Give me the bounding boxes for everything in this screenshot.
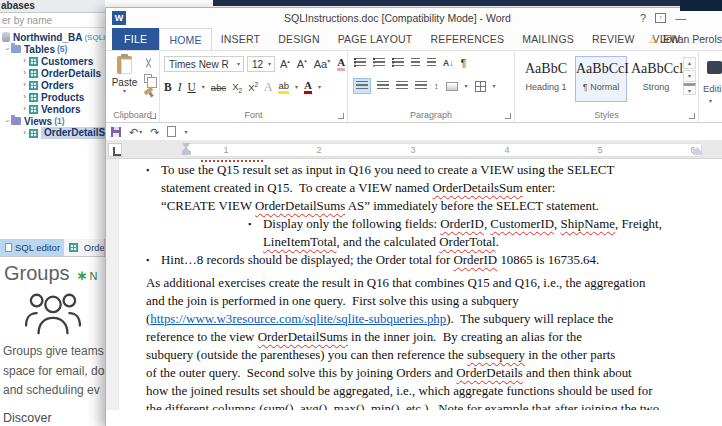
text-segment: sum( (264, 402, 290, 410)
tab-file[interactable]: FILE (112, 28, 159, 50)
tab-design[interactable]: DESIGN (269, 28, 328, 50)
tab-orders[interactable]: Orde (64, 239, 105, 256)
editing-dropdown-icon[interactable]: ▾ (709, 97, 712, 104)
styles-scroll-down-icon[interactable]: ▾ (683, 70, 696, 82)
font-size-select[interactable]: 12 ▾ (247, 56, 275, 72)
help-button[interactable]: ? (640, 12, 646, 24)
justify-icon[interactable] (415, 81, 427, 91)
tab-stop-selector[interactable] (108, 143, 122, 157)
font-dialog-launcher-icon[interactable] (338, 113, 344, 119)
font-color-button[interactable]: A (304, 80, 312, 94)
minimize-button[interactable]: — (675, 12, 686, 24)
collapse-chevron-icon[interactable]: › (20, 80, 29, 90)
collapse-chevron-icon[interactable]: › (20, 92, 29, 102)
tree-item-views[interactable]: › Views (1) (0, 115, 105, 127)
borders-dropdown-icon[interactable]: ▾ (493, 83, 496, 89)
tab-sql-editor[interactable]: SQL editor 1 (0, 239, 64, 256)
italic-button[interactable]: I (178, 80, 182, 94)
align-left-button[interactable] (354, 79, 370, 93)
expand-chevron-icon[interactable]: › (2, 117, 12, 126)
underline-button[interactable]: U (188, 80, 196, 94)
save-icon[interactable] (111, 127, 121, 137)
paste-button[interactable]: Paste ▾ (109, 56, 140, 94)
style-strong[interactable]: AaBbCcl Strong (630, 56, 682, 102)
bold-button[interactable]: B (164, 80, 172, 94)
tree-item-table[interactable]: › Orders (0, 79, 105, 91)
copy-icon[interactable] (144, 74, 152, 83)
shading-icon[interactable] (446, 82, 458, 91)
account-badge[interactable]: ⚠ Johan Perols (649, 28, 722, 50)
tab-insert[interactable]: INSERT (212, 28, 270, 50)
font-color-dropdown-icon[interactable]: ▾ (318, 84, 321, 90)
filter-by-name-input[interactable]: er by name (0, 13, 105, 28)
customize-qat-icon[interactable]: ▾ (184, 129, 187, 135)
paragraph-dialog-launcher-icon[interactable] (505, 113, 511, 119)
highlight-dropdown-icon[interactable]: ▾ (295, 84, 298, 90)
format-painter-icon[interactable] (143, 87, 153, 95)
title-bar[interactable]: W SQLInstructions.doc [Compatibility Mod… (106, 8, 722, 28)
tab-home[interactable]: HOME (159, 28, 211, 50)
style-heading1[interactable]: AaBbC Heading 1 (520, 56, 572, 102)
find-icon[interactable] (707, 61, 722, 74)
highlight-button[interactable]: ab (278, 81, 289, 94)
styles-dialog-launcher-icon[interactable] (689, 113, 695, 119)
collapse-chevron-icon[interactable]: › (20, 104, 29, 114)
ribbon-display-options-button[interactable]: ↑ (655, 13, 666, 23)
styles-more-icon[interactable]: ▾ (683, 83, 696, 95)
text-segment: As additional exercises create the resul… (146, 276, 645, 290)
tree-item-table[interactable]: › OrderDetails (0, 67, 105, 79)
redo-button[interactable]: ↷ (150, 126, 159, 138)
font-family-select[interactable]: Times New R ▾ (164, 56, 244, 72)
clear-formatting-button[interactable]: A (335, 57, 347, 71)
underline-dropdown-icon[interactable]: ▾ (202, 84, 205, 90)
new-group-button[interactable]: ∗ N (77, 270, 98, 285)
align-center-icon[interactable] (377, 81, 389, 91)
multilevel-list-icon[interactable] (392, 58, 404, 68)
paste-dropdown-icon[interactable]: ▾ (109, 88, 140, 94)
tab-mailings[interactable]: MAILINGS (513, 28, 583, 50)
numbered-list-icon[interactable] (373, 58, 385, 68)
collapse-chevron-icon[interactable]: › (20, 128, 29, 138)
right-indent-marker[interactable] (693, 151, 702, 155)
doc-line: statement created in Q15. To create a VI… (146, 179, 720, 197)
bullet-list-icon[interactable] (354, 58, 366, 68)
increase-indent-icon[interactable] (427, 58, 436, 68)
change-case-button[interactable]: Aa▾ (312, 58, 332, 71)
collapse-chevron-icon[interactable]: › (20, 68, 29, 78)
superscript-button[interactable]: X2 (248, 81, 258, 93)
subscript-button[interactable]: X2 (232, 81, 242, 94)
tab-page-layout[interactable]: PAGE LAYOUT (329, 28, 422, 50)
cut-icon[interactable] (143, 58, 153, 68)
line-spacing-icon[interactable]: ↕ (434, 81, 439, 91)
tab-references[interactable]: REFERENCES (421, 28, 513, 50)
show-formatting-marks-icon[interactable]: ¶ (460, 57, 466, 69)
tab-review[interactable]: REVIEW (583, 28, 644, 50)
tree-item-table[interactable]: › Customers (0, 55, 105, 67)
shrink-font-button[interactable]: A▾ (295, 58, 309, 71)
hanging-indent-marker[interactable] (182, 151, 191, 155)
discover-link[interactable]: Discover (0, 411, 105, 425)
document-text[interactable]: ▪To use the Q15 result set as input in Q… (146, 161, 720, 410)
tree-item-view-selected[interactable]: › OrderDetailSu (0, 127, 105, 139)
hyperlink[interactable]: https://www.w3resource.com/sqlite/sqlite… (150, 312, 446, 326)
styles-scroll-up-icon[interactable]: ▴ (683, 57, 696, 69)
strikethrough-button[interactable]: abc (211, 82, 226, 93)
expand-chevron-icon[interactable]: › (2, 45, 12, 54)
touch-mode-icon[interactable] (167, 126, 176, 137)
document-area[interactable]: ▪To use the Q15 result set as input in Q… (106, 159, 722, 410)
style-normal[interactable]: AaBbCcI ¶ Normal (575, 56, 627, 102)
grow-font-button[interactable]: A▴ (278, 58, 292, 71)
borders-icon[interactable] (475, 81, 486, 92)
align-right-icon[interactable] (396, 81, 408, 91)
decrease-indent-icon[interactable] (411, 58, 420, 68)
tree-item-table[interactable]: › Vendors (0, 103, 105, 115)
sort-icon[interactable]: A↓ (443, 58, 453, 68)
tree-item-database[interactable]: Northwind_BA (SQLite (0, 31, 105, 43)
undo-button[interactable]: ↶▾ (129, 126, 142, 138)
shading-dropdown-icon[interactable]: ▾ (465, 83, 468, 89)
text-effects-button[interactable]: A (264, 81, 272, 93)
tree-item-table[interactable]: › Products (0, 91, 105, 103)
collapse-chevron-icon[interactable]: › (20, 56, 29, 66)
clipboard-dialog-launcher-icon[interactable] (150, 113, 156, 119)
tree-item-tables[interactable]: › Tables (5) (0, 43, 105, 55)
